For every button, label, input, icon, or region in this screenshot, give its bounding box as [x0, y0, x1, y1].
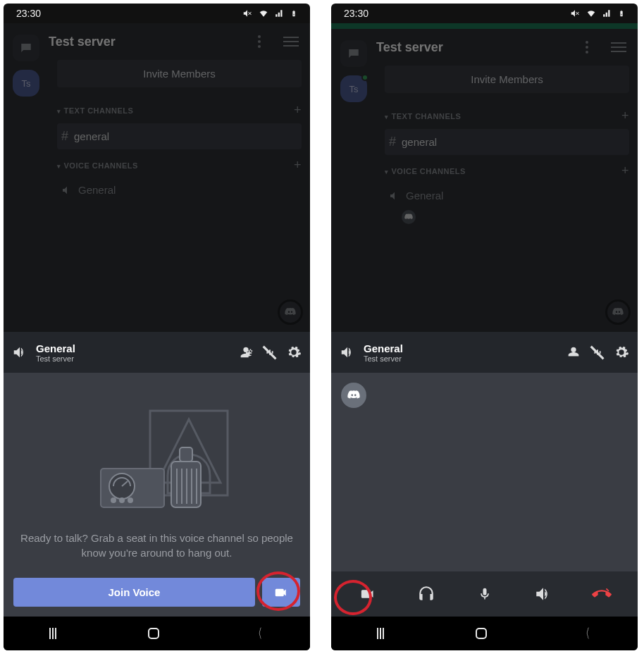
svg-rect-13	[180, 447, 192, 462]
status-bar: 23:30	[331, 4, 638, 23]
text-channel-general[interactable]: # general	[57, 123, 302, 149]
hash-icon: #	[389, 135, 396, 149]
text-channel-general[interactable]: # general	[385, 129, 629, 155]
speaker-icon	[389, 190, 400, 202]
home-button[interactable]	[148, 628, 159, 639]
headphones-button[interactable]	[409, 577, 443, 611]
voice-header: General Test server	[4, 332, 310, 373]
svg-point-5	[119, 497, 125, 503]
voice-channel-title: General	[36, 342, 230, 354]
server-menu-button[interactable]	[574, 41, 600, 54]
server-panel: Ts Test server Invite Members ▾TEXT CHAN…	[331, 23, 638, 332]
status-bar: 23:30	[4, 4, 310, 23]
hamburger-icon[interactable]	[272, 37, 310, 47]
text-channels-category[interactable]: ▾TEXT CHANNELS +	[385, 106, 629, 126]
left-screenshot: 23:30 Ts Test server Invite Mem	[4, 4, 310, 650]
battery-icon	[618, 8, 625, 19]
voice-prompt-text: Ready to talk? Grab a seat in this voice…	[12, 531, 302, 578]
status-time: 23:30	[344, 8, 369, 19]
participant-avatar[interactable]	[341, 383, 366, 408]
discord-bubble[interactable]	[278, 299, 303, 325]
home-button[interactable]	[476, 628, 487, 639]
svg-point-4	[111, 497, 116, 503]
voice-body: Ready to talk? Grab a seat in this voice…	[4, 373, 310, 617]
back-button[interactable]: 〈	[581, 625, 589, 642]
voice-channels-category[interactable]: ▾VOICE CHANNELS +	[57, 155, 302, 175]
settings-icon[interactable]	[614, 345, 629, 360]
speaker-icon	[61, 185, 73, 196]
recents-button[interactable]	[377, 628, 384, 639]
text-channels-category[interactable]: ▾TEXT CHANNELS +	[57, 100, 302, 120]
camera-button[interactable]	[351, 577, 385, 611]
video-button[interactable]	[262, 578, 300, 607]
dm-button[interactable]	[13, 35, 39, 61]
voice-channel-label: General	[78, 184, 116, 196]
noise-suppress-icon[interactable]	[262, 345, 278, 360]
voice-body	[331, 373, 638, 617]
voice-illustration	[73, 398, 242, 525]
server-avatar-label: Ts	[349, 84, 359, 94]
status-icons	[242, 8, 297, 19]
text-channel-label: general	[74, 130, 109, 142]
mute-icon	[242, 8, 252, 18]
wifi-icon	[586, 8, 597, 18]
mute-icon	[570, 8, 580, 18]
signal-icon	[602, 8, 612, 18]
voice-channel-general[interactable]: General	[385, 184, 629, 207]
signal-icon	[275, 8, 285, 18]
wifi-icon	[258, 8, 269, 18]
back-button[interactable]: 〈	[254, 625, 261, 642]
voice-header: General Test server	[331, 332, 638, 373]
hamburger-icon[interactable]	[600, 42, 638, 52]
invite-members-button[interactable]: Invite Members	[57, 60, 302, 87]
dm-button[interactable]	[340, 40, 367, 67]
discord-bubble[interactable]	[605, 299, 631, 325]
noise-suppress-icon[interactable]	[590, 345, 605, 360]
speaker-output-icon[interactable]	[340, 345, 355, 360]
join-voice-button[interactable]: Join Voice	[13, 578, 255, 607]
server-avatar[interactable]: Ts	[340, 75, 367, 102]
microphone-button[interactable]	[468, 577, 502, 611]
voice-connected-strip[interactable]	[331, 23, 638, 29]
svg-point-6	[128, 497, 133, 503]
server-avatar-label: Ts	[22, 78, 31, 89]
server-panel: Ts Test server Invite Members ▾TEXT CHAN…	[4, 23, 310, 332]
right-screenshot: 23:30 Ts Test server	[331, 4, 638, 650]
voice-channel-label: General	[406, 190, 443, 202]
voice-channel-title: General	[364, 342, 557, 354]
hash-icon: #	[61, 129, 68, 144]
online-badge	[361, 74, 369, 81]
add-text-channel-icon[interactable]: +	[621, 109, 629, 123]
recents-button[interactable]	[49, 628, 56, 639]
voice-channel-subtitle: Test server	[36, 354, 230, 363]
speaker-output-icon[interactable]	[12, 345, 27, 360]
add-text-channel-icon[interactable]: +	[294, 103, 302, 118]
add-user-icon[interactable]	[238, 345, 254, 360]
voice-channel-general[interactable]: General	[57, 178, 302, 202]
server-title: Test server	[49, 35, 247, 49]
android-nav-bar: 〈	[331, 617, 638, 650]
server-menu-button[interactable]	[247, 35, 272, 48]
voice-channels-category[interactable]: ▾VOICE CHANNELS +	[385, 161, 629, 181]
server-avatar[interactable]: Ts	[13, 70, 39, 97]
hangup-button[interactable]	[585, 577, 619, 611]
add-voice-channel-icon[interactable]: +	[621, 163, 629, 178]
android-nav-bar: 〈	[4, 617, 310, 650]
settings-icon[interactable]	[286, 345, 302, 360]
add-voice-channel-icon[interactable]: +	[294, 158, 302, 173]
call-control-bar	[331, 571, 638, 617]
status-time: 23:30	[16, 8, 41, 19]
volume-button[interactable]	[526, 577, 560, 611]
add-user-icon[interactable]	[566, 345, 581, 360]
voice-participant[interactable]	[402, 210, 416, 224]
text-channel-label: general	[402, 136, 437, 148]
invite-members-button[interactable]: Invite Members	[385, 66, 629, 93]
voice-channel-subtitle: Test server	[364, 354, 557, 363]
status-icons	[570, 8, 625, 19]
battery-icon	[290, 8, 297, 19]
server-title: Test server	[376, 40, 574, 55]
